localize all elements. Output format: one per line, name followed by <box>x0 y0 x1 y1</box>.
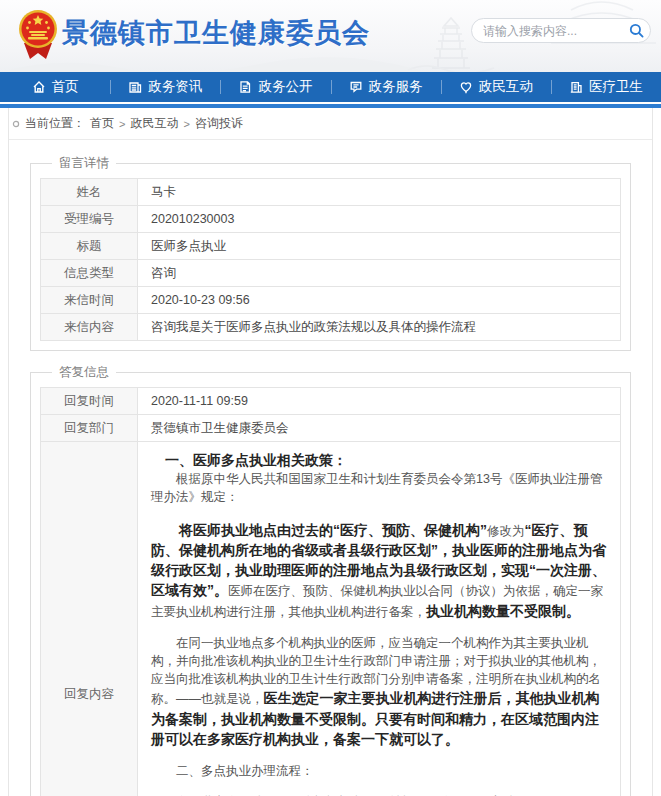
news-icon <box>128 80 142 94</box>
message-details-table: 姓名 马卡 受理编号 202010230003 标题 医师多点执业 信息类型 咨… <box>40 178 621 341</box>
nav-label: 医疗卫生 <box>589 78 643 96</box>
search-icon <box>629 23 644 38</box>
field-value: 202010230003 <box>138 206 621 233</box>
nav-label: 政务公开 <box>258 78 312 96</box>
hospital-building-icon <box>569 80 583 94</box>
reply-content: 一、医师多点执业相关政策： 根据原中华人民共和国国家卫生和计划生育委员会令第13… <box>151 450 607 796</box>
breadcrumb-prefix: 当前位置： <box>25 115 85 132</box>
field-value: 2020-10-23 09:56 <box>138 287 621 314</box>
nav-label: 首页 <box>52 78 79 96</box>
nav-item-gov-news[interactable]: 政务资讯 <box>110 72 220 102</box>
field-value: 医师多点执业 <box>138 233 621 260</box>
search-button[interactable] <box>629 23 644 38</box>
home-icon <box>32 80 46 94</box>
table-row: 姓名 马卡 <box>41 179 621 206</box>
breadcrumb-link-home[interactable]: 首页 <box>90 115 114 132</box>
field-label: 回复时间 <box>41 388 138 415</box>
reply-content-label: 回复内容 <box>41 442 138 796</box>
nav-label: 政务资讯 <box>148 78 202 96</box>
field-value: 2020-11-11 09:59 <box>138 388 621 415</box>
mountain-watermark-icon <box>0 48 420 72</box>
nav-item-gov-disclosure[interactable]: 政务公开 <box>220 72 330 102</box>
table-row: 来信时间 2020-10-23 09:56 <box>41 287 621 314</box>
field-value: 咨询我是关于医师多点执业的政策法规以及具体的操作流程 <box>138 314 621 341</box>
main-nav: 首页 政务资讯 政务公开 政务服务 政民互动 医疗卫生 <box>0 72 661 102</box>
field-label: 标题 <box>41 233 138 260</box>
table-row: 受理编号 202010230003 <box>41 206 621 233</box>
breadcrumb-link-consult[interactable]: 咨询投诉 <box>195 115 243 132</box>
nav-label: 政民互动 <box>479 78 533 96</box>
document-icon <box>238 80 252 94</box>
field-value: 景德镇市卫生健康委员会 <box>138 415 621 442</box>
field-value: 咨询 <box>138 260 621 287</box>
field-label: 来信时间 <box>41 287 138 314</box>
search-input[interactable] <box>483 24 629 38</box>
table-row: 信息类型 咨询 <box>41 260 621 287</box>
breadcrumb-separator: > <box>183 118 189 130</box>
national-emblem-logo <box>18 9 58 61</box>
services-icon <box>349 80 363 94</box>
table-row: 回复内容 一、医师多点执业相关政策： 根据原中华人民共和国国家卫生和计划生育委员… <box>41 442 621 796</box>
reply-info-legend: 答复信息 <box>52 364 116 381</box>
reply-info-table: 回复时间 2020-11-11 09:59 回复部门 景德镇市卫生健康委员会 回… <box>40 387 621 796</box>
field-label: 回复部门 <box>41 415 138 442</box>
table-row: 回复部门 景德镇市卫生健康委员会 <box>41 415 621 442</box>
nav-label: 政务服务 <box>369 78 423 96</box>
field-value: 马卡 <box>138 179 621 206</box>
field-label: 受理编号 <box>41 206 138 233</box>
table-row: 来信内容 咨询我是关于医师多点执业的政策法规以及具体的操作流程 <box>41 314 621 341</box>
reply-info-fieldset: 答复信息 回复时间 2020-11-11 09:59 回复部门 景德镇市卫生健康… <box>30 364 631 796</box>
field-label: 信息类型 <box>41 260 138 287</box>
nav-item-gov-services[interactable]: 政务服务 <box>331 72 441 102</box>
table-row: 标题 医师多点执业 <box>41 233 621 260</box>
message-details-fieldset: 留言详情 姓名 马卡 受理编号 202010230003 标题 医师多点执业 信… <box>30 155 631 351</box>
heart-pin-icon <box>459 80 473 94</box>
message-details-legend: 留言详情 <box>52 155 116 172</box>
breadcrumb: 当前位置： 首页 > 政民互动 > 咨询投诉 <box>9 108 652 140</box>
breadcrumb-link-interaction[interactable]: 政民互动 <box>130 115 178 132</box>
nav-item-medical-health[interactable]: 医疗卫生 <box>551 72 661 102</box>
reply-content-cell: 一、医师多点执业相关政策： 根据原中华人民共和国国家卫生和计划生育委员会令第13… <box>138 442 621 796</box>
field-label: 姓名 <box>41 179 138 206</box>
table-row: 回复时间 2020-11-11 09:59 <box>41 388 621 415</box>
nav-item-public-interaction[interactable]: 政民互动 <box>441 72 551 102</box>
site-title: 景德镇市卫生健康委员会 <box>62 15 370 51</box>
location-dot-icon <box>12 120 20 128</box>
site-header: 景德镇市卫生健康委员会 <box>0 0 661 72</box>
main-content: 当前位置： 首页 > 政民互动 > 咨询投诉 留言详情 姓名 马卡 受理编号 2… <box>8 108 653 796</box>
breadcrumb-separator: > <box>119 118 125 130</box>
field-label: 来信内容 <box>41 314 138 341</box>
search-box <box>471 18 651 43</box>
nav-item-home[interactable]: 首页 <box>0 72 110 102</box>
